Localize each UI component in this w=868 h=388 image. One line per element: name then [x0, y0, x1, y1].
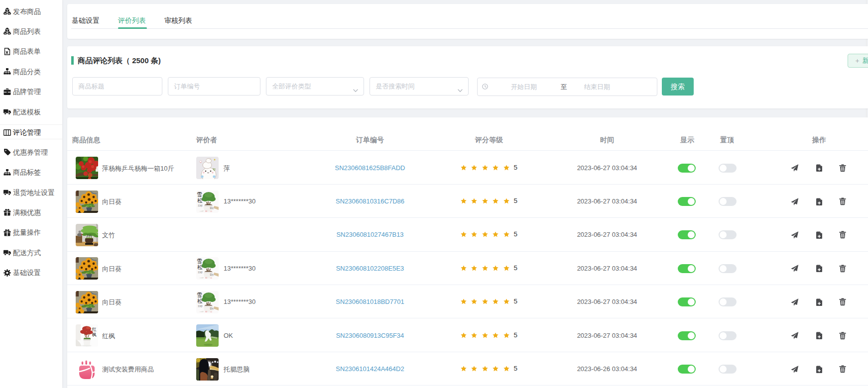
svg-text:雪松: 雪松	[210, 207, 215, 209]
svg-text:枫: 枫	[92, 332, 97, 337]
svg-text:雪: 雪	[197, 192, 202, 197]
svg-text:云杉: 云杉	[198, 204, 203, 207]
svg-text:雪松: 雪松	[210, 274, 215, 276]
svg-text:云杉: 云杉	[198, 271, 203, 274]
svg-text:雪: 雪	[197, 258, 202, 264]
svg-text:云杉: 云杉	[198, 304, 203, 307]
svg-text:雪松: 雪松	[210, 307, 215, 310]
svg-text:红: 红	[92, 327, 97, 332]
svg-text:雪: 雪	[197, 292, 202, 298]
